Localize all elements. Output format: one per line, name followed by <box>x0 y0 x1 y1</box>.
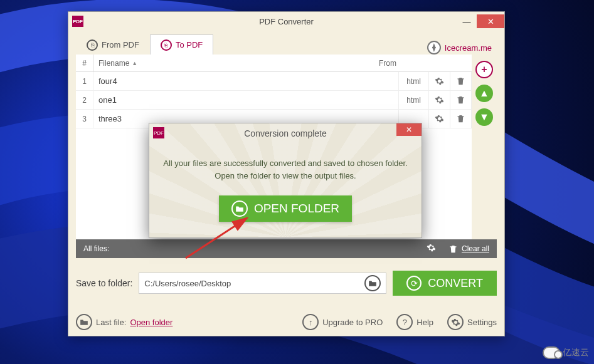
folder-icon <box>76 314 92 330</box>
row-delete-button[interactable] <box>450 91 472 109</box>
settings-button[interactable]: Settings <box>447 314 497 330</box>
row-num: 3 <box>76 110 93 128</box>
tab-to-pdf-label: To PDF <box>176 40 203 49</box>
from-pdf-icon: ⎘ <box>87 39 98 51</box>
window-title: PDF Converter <box>68 17 504 26</box>
side-buttons: + ▲ ▼ <box>472 55 497 239</box>
brand-icon <box>427 41 441 55</box>
help-icon: ? <box>396 314 413 330</box>
move-down-button[interactable]: ▼ <box>475 108 493 126</box>
row-filename: four4 <box>93 72 399 90</box>
dialog-message-line2: Open the folder to view the output files… <box>163 170 408 182</box>
to-pdf-icon: ⎗ <box>161 39 172 51</box>
col-from-header[interactable]: From <box>376 55 427 71</box>
open-last-folder-link[interactable]: Open folder <box>130 318 172 327</box>
all-files-bar: All files: Clear all <box>76 239 497 258</box>
add-file-button[interactable]: + <box>475 61 493 78</box>
row-settings-button[interactable] <box>429 110 450 128</box>
dialog-app-icon: PDF <box>153 127 164 138</box>
tab-to-pdf[interactable]: ⎗ To PDF <box>150 34 213 55</box>
titlebar: PDF PDF Converter — ✕ <box>68 12 504 31</box>
all-files-label: All files: <box>83 244 109 253</box>
row-from: html <box>399 72 429 90</box>
row-settings-button[interactable] <box>429 72 450 90</box>
table-header: # Filename ▲ From <box>76 55 472 72</box>
convert-button-label: CONVERT <box>428 277 483 290</box>
dialog-title: Conversion complete <box>244 128 327 138</box>
brand-link[interactable]: Icecream.me <box>427 41 497 55</box>
open-folder-icon <box>231 200 248 217</box>
browse-folder-button[interactable] <box>364 275 381 291</box>
help-label: Help <box>416 318 433 327</box>
dialog-message-line1: All your files are successfully converte… <box>163 157 408 170</box>
row-num: 2 <box>76 91 93 109</box>
dialog-close-button[interactable]: ✕ <box>396 123 422 136</box>
clear-all-label: Clear all <box>462 244 489 253</box>
tab-bar: ⎘ From PDF ⎗ To PDF Icecream.me <box>68 31 504 55</box>
row-delete-button[interactable] <box>450 72 472 90</box>
brand-link-label: Icecream.me <box>445 43 492 53</box>
row-num: 1 <box>76 72 93 90</box>
footer: Last file: Open folder ↑ Upgrade to PRO … <box>68 308 504 336</box>
watermark-text: 亿速云 <box>563 347 589 358</box>
table-row: 2 one1 html <box>76 91 472 110</box>
upgrade-icon: ↑ <box>302 314 319 330</box>
upgrade-button[interactable]: ↑ Upgrade to PRO <box>302 314 383 330</box>
help-button[interactable]: ? Help <box>396 314 433 330</box>
open-folder-button[interactable]: OPEN FOLDER <box>219 195 352 222</box>
sort-asc-icon: ▲ <box>132 60 137 66</box>
row-from: html <box>399 91 429 109</box>
open-folder-button-label: OPEN FOLDER <box>254 202 339 216</box>
convert-refresh-icon: ⟳ <box>406 276 422 291</box>
save-path-input[interactable] <box>144 279 364 288</box>
col-num-header[interactable]: # <box>76 55 93 71</box>
save-to-folder-label: Save to folder: <box>76 278 132 288</box>
table-row: 1 four4 html <box>76 72 472 91</box>
all-files-settings-button[interactable] <box>427 243 436 254</box>
watermark-icon <box>543 346 560 359</box>
row-settings-button[interactable] <box>429 91 450 109</box>
col-filename-label: Filename <box>98 59 129 68</box>
col-filename-header[interactable]: Filename ▲ <box>93 55 376 71</box>
save-path-box <box>139 273 386 294</box>
row-filename: one1 <box>93 91 399 109</box>
row-delete-button[interactable] <box>450 110 472 128</box>
settings-label: Settings <box>467 318 497 327</box>
tab-from-pdf[interactable]: ⎘ From PDF <box>76 34 150 55</box>
convert-button[interactable]: ⟳ CONVERT <box>393 271 497 296</box>
save-row: Save to folder: ⟳ CONVERT <box>68 258 504 308</box>
last-file-label: Last file: <box>96 318 126 327</box>
upgrade-label: Upgrade to PRO <box>322 318 383 327</box>
settings-icon <box>447 314 464 330</box>
conversion-complete-dialog: PDF ✕ Conversion complete All your files… <box>149 123 422 238</box>
watermark: 亿速云 <box>543 346 589 359</box>
dialog-message: All your files are successfully converte… <box>151 157 420 182</box>
tab-from-pdf-label: From PDF <box>102 40 139 49</box>
clear-all-button[interactable]: Clear all <box>448 244 489 254</box>
move-up-button[interactable]: ▲ <box>475 85 493 102</box>
